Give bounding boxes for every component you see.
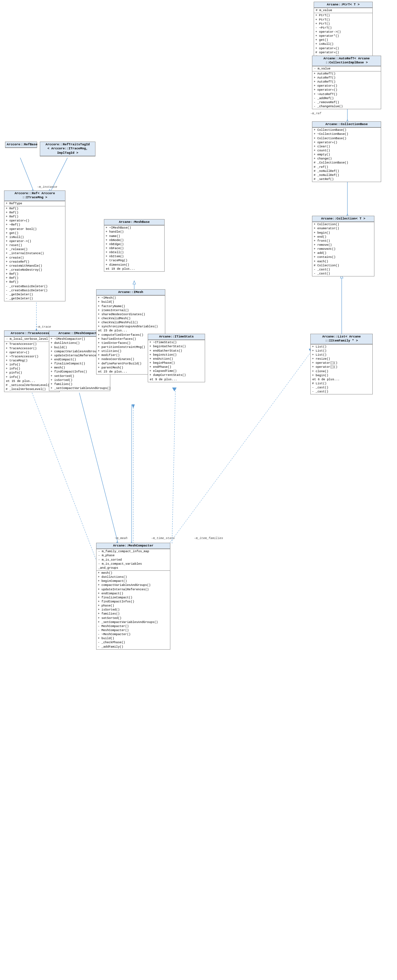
box-ptrT-header: Arcane::PtrT< T >: [314, 2, 372, 8]
box-reftraits: Arccore::RefTraitsTagId< Arccore::ITrace…: [40, 142, 96, 156]
svg-marker-23: [172, 388, 176, 391]
box-autoRefT: Arcane::AutoRefT< Arcane::CollectionImpl…: [312, 56, 381, 109]
label-m-time-stats: -m_time_stats: [151, 537, 175, 540]
svg-line-7: [20, 158, 34, 191]
box-list-iitemfamily: Arcane::List< Arcane::IItemFamily * > Li…: [310, 334, 373, 395]
svg-line-18: [79, 393, 118, 543]
svg-marker-21: [132, 404, 135, 408]
diagram-container: Arcane::PtrT< T > # m_value PtrT() PtrT(…: [0, 0, 397, 980]
box-collectionT: Arcane::Collection< T > Collection() enu…: [312, 216, 375, 277]
label-m-trace: -m_trace: [37, 325, 51, 329]
box-ref-itracemng-methods: Ref() Ref() Ref() operator=() ~Ref() ope…: [5, 206, 65, 301]
svg-line-22: [172, 389, 175, 543]
box-arccore-refbase-header: Arccore::RefBase: [5, 142, 37, 148]
box-ref-itracemng-header: Arccore::Ref< Arccore::ITraceMng >: [5, 191, 65, 201]
label-m-instance: -m_instance: [37, 185, 57, 189]
box-collectionT-header: Arcane::Collection< T >: [312, 216, 374, 222]
box-meshbase-methods: ~IMeshBase() handle() name() nbNode() nb…: [104, 225, 164, 271]
box-itimestats-header: Arcane::ITimeStats: [148, 334, 205, 340]
box-list-iitemfamily-header: Arcane::List< Arcane::IItemFamily * >: [311, 334, 372, 344]
label-m-item-families: -m_item_families: [194, 537, 223, 540]
box-meshcompacter-fields: - m_family_compact_infos_map - m_phase -…: [96, 549, 170, 570]
box-itimestats: Arcane::ITimeStats ~ITimeStats() beginGa…: [148, 334, 205, 382]
box-meshcompacter-header: Arcane::MeshCompacter: [96, 543, 170, 549]
box-ref-itracemng-fields: RefType: [5, 201, 65, 206]
box-imesh-header: Arcane::IMesh: [96, 290, 165, 295]
box-collectionT-methods: Collection() enumerator() begin() end() …: [312, 222, 374, 276]
label-m-meah: ~m_meah: [115, 537, 128, 540]
label-m-ref: -m_ref: [310, 112, 321, 115]
box-collectionBase-header: Arcane::CollectionBase: [312, 122, 381, 127]
box-autoRefT-fields: - m_value: [312, 66, 381, 71]
box-autoRefT-methods: AutoRefT() AutoRefT() AutoRefT() operato…: [312, 71, 381, 109]
box-ref-itracemng: Arccore::Ref< Arccore::ITraceMng > RefTy…: [4, 191, 65, 301]
box-arccore-refbase: Arccore::RefBase: [5, 142, 37, 148]
svg-marker-15: [133, 281, 136, 284]
box-autoRefT-header: Arcane::AutoRefT< Arcane::CollectionImpl…: [312, 56, 381, 66]
box-itimestats-methods: ~ITimeStats() beginGatherStats() endGath…: [148, 340, 205, 382]
box-meshcompacter: Arcane::MeshCompacter - m_family_compact…: [96, 543, 171, 650]
box-meshbase: Arcane::MeshBase ~IMeshBase() handle() n…: [104, 219, 164, 272]
box-collectionBase-methods: CollectionBase() ~CollectionBase() Colle…: [312, 127, 381, 182]
box-meshbase-header: Arcane::MeshBase: [104, 220, 164, 225]
box-collectionBase: Arcane::CollectionBase CollectionBase() …: [312, 121, 381, 182]
box-list-iitemfamily-methods: List() List() List() resize() operator[]…: [311, 344, 372, 395]
box-ptrT-fields: # m_value: [314, 8, 372, 13]
box-reftraits-header: Arccore::RefTraitsTagId< Arccore::ITrace…: [40, 142, 95, 156]
box-meshcompacter-methods: mesh() doAllActions() beginCompact() com…: [96, 570, 170, 649]
svg-line-28: [32, 393, 101, 573]
